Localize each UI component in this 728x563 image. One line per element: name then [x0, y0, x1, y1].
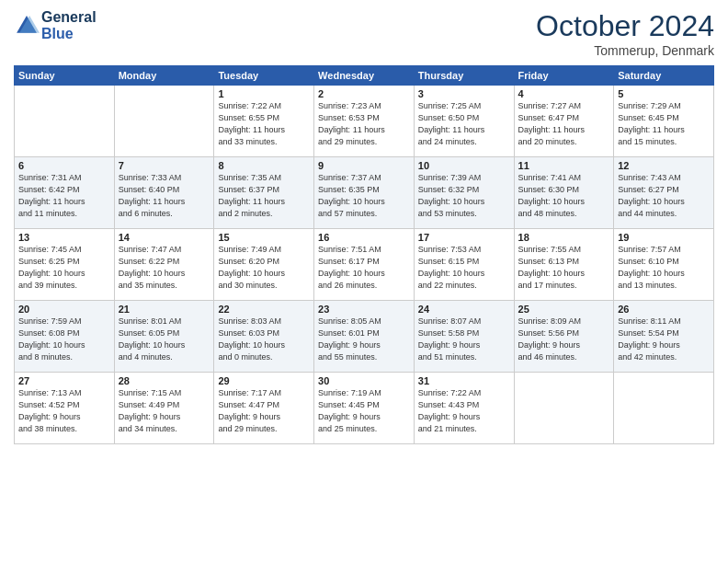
weekday-header-tuesday: Tuesday [214, 66, 314, 86]
cell-info: Sunrise: 7:25 AM Sunset: 6:50 PM Dayligh… [418, 100, 510, 148]
calendar-cell [114, 86, 214, 157]
day-number: 13 [18, 232, 110, 243]
cell-info: Sunrise: 7:55 AM Sunset: 6:13 PM Dayligh… [518, 244, 610, 292]
calendar-cell: 28Sunrise: 7:15 AM Sunset: 4:49 PM Dayli… [114, 373, 214, 444]
calendar-page: General Blue October 2024 Tommerup, Denm… [0, 0, 728, 563]
calendar-cell: 11Sunrise: 7:41 AM Sunset: 6:30 PM Dayli… [514, 157, 614, 229]
calendar-cell: 9Sunrise: 7:37 AM Sunset: 6:35 PM Daylig… [314, 157, 415, 229]
month-title: October 2024 [536, 9, 714, 43]
day-number: 31 [418, 375, 510, 386]
weekday-header-friday: Friday [514, 66, 614, 86]
logo: General Blue [14, 9, 97, 42]
calendar-cell: 25Sunrise: 8:09 AM Sunset: 5:56 PM Dayli… [514, 301, 614, 373]
header: General Blue October 2024 Tommerup, Denm… [14, 9, 714, 58]
day-number: 19 [618, 232, 710, 243]
calendar-cell: 21Sunrise: 8:01 AM Sunset: 6:05 PM Dayli… [114, 301, 214, 373]
title-block: October 2024 Tommerup, Denmark [536, 9, 714, 58]
day-number: 23 [318, 304, 410, 315]
day-number: 18 [518, 232, 610, 243]
calendar-cell: 6Sunrise: 7:31 AM Sunset: 6:42 PM Daylig… [15, 157, 115, 229]
cell-info: Sunrise: 7:57 AM Sunset: 6:10 PM Dayligh… [618, 244, 710, 292]
day-number: 4 [518, 88, 610, 99]
day-number: 22 [218, 304, 310, 315]
cell-info: Sunrise: 7:27 AM Sunset: 6:47 PM Dayligh… [518, 100, 610, 148]
cell-info: Sunrise: 8:03 AM Sunset: 6:03 PM Dayligh… [218, 316, 310, 363]
cell-info: Sunrise: 8:07 AM Sunset: 5:58 PM Dayligh… [418, 316, 510, 363]
calendar-cell: 31Sunrise: 7:22 AM Sunset: 4:43 PM Dayli… [414, 373, 514, 444]
calendar-cell: 15Sunrise: 7:49 AM Sunset: 6:20 PM Dayli… [214, 229, 314, 301]
day-number: 8 [218, 160, 310, 171]
cell-info: Sunrise: 7:15 AM Sunset: 4:49 PM Dayligh… [119, 387, 210, 435]
calendar-cell: 1Sunrise: 7:22 AM Sunset: 6:55 PM Daylig… [214, 86, 314, 157]
calendar-cell: 12Sunrise: 7:43 AM Sunset: 6:27 PM Dayli… [614, 157, 714, 229]
calendar-cell: 16Sunrise: 7:51 AM Sunset: 6:17 PM Dayli… [314, 229, 415, 301]
calendar-cell: 13Sunrise: 7:45 AM Sunset: 6:25 PM Dayli… [15, 229, 115, 301]
cell-info: Sunrise: 7:31 AM Sunset: 6:42 PM Dayligh… [18, 172, 110, 220]
day-number: 17 [418, 232, 510, 243]
day-number: 30 [318, 375, 410, 386]
day-number: 21 [119, 304, 210, 315]
day-number: 3 [418, 88, 510, 99]
cell-info: Sunrise: 7:13 AM Sunset: 4:52 PM Dayligh… [18, 387, 110, 435]
cell-info: Sunrise: 7:59 AM Sunset: 6:08 PM Dayligh… [18, 316, 110, 363]
cell-info: Sunrise: 7:22 AM Sunset: 4:43 PM Dayligh… [418, 387, 510, 435]
calendar-cell: 30Sunrise: 7:19 AM Sunset: 4:45 PM Dayli… [314, 373, 415, 444]
cell-info: Sunrise: 7:39 AM Sunset: 6:32 PM Dayligh… [418, 172, 510, 220]
day-number: 27 [18, 375, 110, 386]
day-number: 5 [618, 88, 710, 99]
day-number: 9 [318, 160, 410, 171]
cell-info: Sunrise: 7:29 AM Sunset: 6:45 PM Dayligh… [618, 100, 710, 148]
calendar-cell: 14Sunrise: 7:47 AM Sunset: 6:22 PM Dayli… [114, 229, 214, 301]
calendar-cell [614, 373, 714, 444]
cell-info: Sunrise: 7:22 AM Sunset: 6:55 PM Dayligh… [218, 100, 310, 148]
week-row-2: 6Sunrise: 7:31 AM Sunset: 6:42 PM Daylig… [15, 157, 714, 229]
cell-info: Sunrise: 7:17 AM Sunset: 4:47 PM Dayligh… [218, 387, 310, 435]
day-number: 25 [518, 304, 610, 315]
week-row-5: 27Sunrise: 7:13 AM Sunset: 4:52 PM Dayli… [15, 373, 714, 444]
day-number: 1 [218, 88, 310, 99]
calendar-cell: 24Sunrise: 8:07 AM Sunset: 5:58 PM Dayli… [414, 301, 514, 373]
cell-info: Sunrise: 7:33 AM Sunset: 6:40 PM Dayligh… [119, 172, 210, 220]
cell-info: Sunrise: 7:53 AM Sunset: 6:15 PM Dayligh… [418, 244, 510, 292]
day-number: 15 [218, 232, 310, 243]
day-number: 10 [418, 160, 510, 171]
weekday-header-sunday: Sunday [15, 66, 115, 86]
weekday-header-monday: Monday [114, 66, 214, 86]
calendar-table: SundayMondayTuesdayWednesdayThursdayFrid… [14, 65, 714, 444]
calendar-cell: 18Sunrise: 7:55 AM Sunset: 6:13 PM Dayli… [514, 229, 614, 301]
week-row-3: 13Sunrise: 7:45 AM Sunset: 6:25 PM Dayli… [15, 229, 714, 301]
cell-info: Sunrise: 8:01 AM Sunset: 6:05 PM Dayligh… [119, 316, 210, 363]
calendar-cell: 20Sunrise: 7:59 AM Sunset: 6:08 PM Dayli… [15, 301, 115, 373]
weekday-header-wednesday: Wednesday [314, 66, 415, 86]
day-number: 12 [618, 160, 710, 171]
calendar-cell: 8Sunrise: 7:35 AM Sunset: 6:37 PM Daylig… [214, 157, 314, 229]
weekday-header-thursday: Thursday [414, 66, 514, 86]
day-number: 26 [618, 304, 710, 315]
day-number: 2 [318, 88, 410, 99]
calendar-cell: 29Sunrise: 7:17 AM Sunset: 4:47 PM Dayli… [214, 373, 314, 444]
day-number: 14 [119, 232, 210, 243]
calendar-cell: 17Sunrise: 7:53 AM Sunset: 6:15 PM Dayli… [414, 229, 514, 301]
calendar-cell: 19Sunrise: 7:57 AM Sunset: 6:10 PM Dayli… [614, 229, 714, 301]
day-number: 29 [218, 375, 310, 386]
calendar-cell: 7Sunrise: 7:33 AM Sunset: 6:40 PM Daylig… [114, 157, 214, 229]
logo-text: General Blue [41, 9, 97, 42]
week-row-1: 1Sunrise: 7:22 AM Sunset: 6:55 PM Daylig… [15, 86, 714, 157]
calendar-cell: 23Sunrise: 8:05 AM Sunset: 6:01 PM Dayli… [314, 301, 415, 373]
calendar-cell: 10Sunrise: 7:39 AM Sunset: 6:32 PM Dayli… [414, 157, 514, 229]
calendar-cell: 22Sunrise: 8:03 AM Sunset: 6:03 PM Dayli… [214, 301, 314, 373]
day-number: 6 [18, 160, 110, 171]
day-number: 28 [119, 375, 210, 386]
day-number: 24 [418, 304, 510, 315]
calendar-cell: 3Sunrise: 7:25 AM Sunset: 6:50 PM Daylig… [414, 86, 514, 157]
cell-info: Sunrise: 7:45 AM Sunset: 6:25 PM Dayligh… [18, 244, 110, 292]
calendar-cell: 2Sunrise: 7:23 AM Sunset: 6:53 PM Daylig… [314, 86, 415, 157]
cell-info: Sunrise: 8:05 AM Sunset: 6:01 PM Dayligh… [318, 316, 410, 363]
day-number: 11 [518, 160, 610, 171]
calendar-cell [15, 86, 115, 157]
logo-icon [14, 13, 40, 39]
cell-info: Sunrise: 7:49 AM Sunset: 6:20 PM Dayligh… [218, 244, 310, 292]
calendar-cell [514, 373, 614, 444]
cell-info: Sunrise: 8:09 AM Sunset: 5:56 PM Dayligh… [518, 316, 610, 363]
cell-info: Sunrise: 7:51 AM Sunset: 6:17 PM Dayligh… [318, 244, 410, 292]
